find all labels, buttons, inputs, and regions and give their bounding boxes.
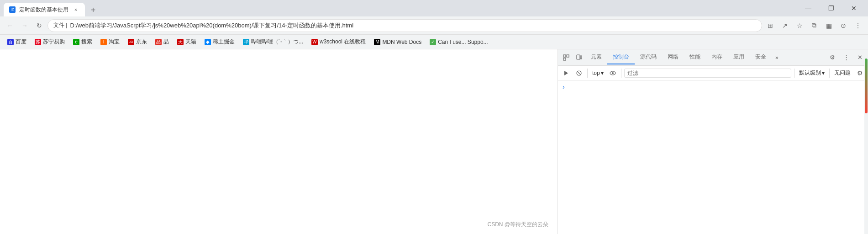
tab-application[interactable]: 应用	[728, 50, 750, 64]
tab-favicon: ⏱	[9, 6, 16, 13]
title-bar: ⏱ 定时函数的基本使用 × + — ❐ ✕	[0, 0, 868, 16]
bookmark-search[interactable]: e 搜索	[69, 36, 96, 48]
more-tabs-button[interactable]: »	[772, 52, 782, 64]
watermark: CSDN @等待天空的云朵	[487, 221, 548, 229]
bookmark-jd[interactable]: JD 京东	[124, 36, 151, 48]
toolbar-separator-2	[621, 69, 621, 78]
bookmark-search-icon: e	[73, 39, 79, 45]
navigation-bar: ← → ↻ 文件 | D:/web前端学习/JavaScrpt学习/js%20w…	[0, 16, 868, 35]
bookmark-button[interactable]: ☆	[793, 19, 806, 32]
tab-close-btn[interactable]: ×	[72, 6, 79, 13]
tab-memory[interactable]: 内存	[706, 50, 728, 64]
console-settings-button[interactable]: ⚙	[854, 68, 865, 79]
bookmark-suning-icon: 苏	[35, 39, 41, 45]
bookmark-caniuse-label: Can I use... Suppo...	[438, 39, 488, 45]
scrollbar-thumb[interactable]	[865, 58, 868, 113]
bookmark-mdn-label: MDN Web Docs	[382, 39, 421, 45]
svg-rect-2	[563, 58, 566, 60]
devtools-settings-button[interactable]: ⚙	[826, 51, 839, 64]
address-bar[interactable]: 文件 | D:/web前端学习/JavaScrpt学习/js%20web%20a…	[47, 19, 762, 32]
nav-icons: ⊞ ↗ ☆ ⧉ ▦ ⊙ ⋮	[764, 19, 864, 32]
restore-button[interactable]: ❐	[821, 1, 842, 16]
toolbar-separator-4	[829, 69, 830, 78]
console-expand-arrow[interactable]: ›	[562, 82, 864, 91]
active-tab[interactable]: ⏱ 定时函数的基本使用 ×	[4, 3, 85, 16]
bookmarks-bar: 百 百度 苏 苏宁易购 e 搜索 T 淘宝 JD 京东 品 品 天 天猫 ◆ 稀…	[0, 35, 868, 49]
tab-area: ⏱ 定时函数的基本使用 × +	[4, 0, 798, 16]
bookmark-baidu[interactable]: 百 百度	[4, 36, 30, 48]
svg-point-9	[612, 72, 614, 74]
devtools-more-button[interactable]: ⋮	[840, 51, 852, 64]
tab-network[interactable]: 网络	[662, 50, 684, 64]
bookmark-suning-label: 苏宁易购	[43, 38, 65, 46]
url-text: D:/web前端学习/JavaScrpt学习/js%20web%20api%20…	[70, 21, 353, 30]
tab-console[interactable]: 控制台	[607, 50, 635, 64]
bookmark-tmall[interactable]: 天 天猫	[174, 36, 200, 48]
reload-button[interactable]: ↻	[33, 19, 46, 32]
svg-line-7	[578, 71, 581, 74]
sidebar-button[interactable]: ▦	[822, 19, 835, 32]
svg-rect-4	[580, 56, 582, 59]
bookmark-taobao-icon: T	[100, 39, 107, 45]
bookmark-search-label: 搜索	[81, 38, 92, 46]
svg-marker-5	[564, 71, 568, 75]
minimize-button[interactable]: —	[798, 1, 819, 16]
tab-title: 定时函数的基本使用	[19, 6, 68, 14]
console-run-button[interactable]	[561, 68, 572, 79]
share-button[interactable]: ↗	[779, 19, 791, 32]
profile-button[interactable]: ⊙	[837, 19, 850, 32]
console-toolbar: top ▾ 默认级别 ▾ 无问题 ⚙	[558, 66, 868, 80]
bookmark-xitu-label: 稀土掘金	[213, 38, 235, 46]
bookmark-xitu[interactable]: ◆ 稀土掘金	[201, 36, 238, 48]
console-content: ›	[558, 80, 868, 234]
bookmark-tmall-label: 天猫	[185, 38, 196, 46]
devtools-panel: 元素 控制台 源代码 网络 性能 内存 应用 安全 »	[558, 49, 868, 234]
svg-rect-0	[563, 55, 566, 57]
content-area: CSDN @等待天空的云朵 元素 控制台	[0, 49, 868, 234]
bookmark-bilibili-icon: 哔	[243, 39, 249, 45]
console-filter-input[interactable]	[624, 69, 791, 78]
eye-button[interactable]	[607, 68, 618, 79]
svg-rect-3	[577, 55, 580, 59]
toolbar-separator-3	[794, 69, 794, 78]
bookmark-baidu-label: 百度	[16, 38, 26, 46]
console-block-button[interactable]	[573, 68, 584, 79]
bookmark-pin[interactable]: 品 品	[152, 36, 173, 48]
close-button[interactable]: ✕	[843, 1, 864, 16]
tab-elements[interactable]: 元素	[585, 50, 607, 64]
bookmark-taobao-label: 淘宝	[109, 38, 120, 46]
no-issues-label: 无问题	[832, 69, 852, 77]
bookmark-bilibili-label: 哔哩哔哩（´-｀）つ...	[251, 38, 303, 46]
bookmark-suning[interactable]: 苏 苏宁易购	[31, 36, 68, 48]
devtools-inspect-icon[interactable]	[560, 51, 573, 64]
bookmark-w3school[interactable]: W w3school 在线教程	[308, 36, 369, 48]
bookmark-pin-icon: 品	[155, 39, 162, 45]
bookmark-mdn-icon: M	[374, 39, 380, 45]
log-level-selector[interactable]: 默认级别 ▾	[797, 68, 826, 78]
bookmark-caniuse[interactable]: ✓ Can I use... Suppo...	[426, 37, 491, 47]
scrollbar-track	[864, 49, 868, 234]
bookmark-bilibili[interactable]: 哔 哔哩哔哩（´-｀）つ...	[239, 36, 307, 48]
forward-button[interactable]: →	[18, 19, 31, 32]
translate-button[interactable]: ⊞	[764, 19, 777, 32]
menu-button[interactable]: ⋮	[852, 19, 864, 32]
bookmark-pin-label: 品	[163, 38, 169, 46]
devtools-tab-bar: 元素 控制台 源代码 网络 性能 内存 应用 安全 »	[558, 49, 868, 66]
bookmark-jd-label: 京东	[136, 38, 147, 46]
bookmark-baidu-icon: 百	[7, 39, 14, 45]
tab-sources[interactable]: 源代码	[635, 50, 662, 64]
bookmark-tmall-icon: 天	[177, 39, 184, 45]
url-scheme: 文件 |	[53, 21, 67, 29]
bookmark-mdn[interactable]: M MDN Web Docs	[370, 37, 425, 47]
devtools-device-icon[interactable]	[573, 51, 585, 64]
bookmark-caniuse-icon: ✓	[430, 39, 436, 45]
bookmark-taobao[interactable]: T 淘宝	[97, 36, 123, 48]
bookmark-w3school-label: w3school 在线教程	[320, 38, 366, 46]
back-button[interactable]: ←	[4, 19, 16, 32]
page-area: CSDN @等待天空的云朵	[0, 49, 558, 234]
new-tab-button[interactable]: +	[87, 4, 100, 16]
tab-security[interactable]: 安全	[750, 50, 772, 64]
context-selector[interactable]: top ▾	[590, 69, 605, 77]
extensions-button[interactable]: ⧉	[808, 19, 821, 32]
tab-performance[interactable]: 性能	[684, 50, 706, 64]
